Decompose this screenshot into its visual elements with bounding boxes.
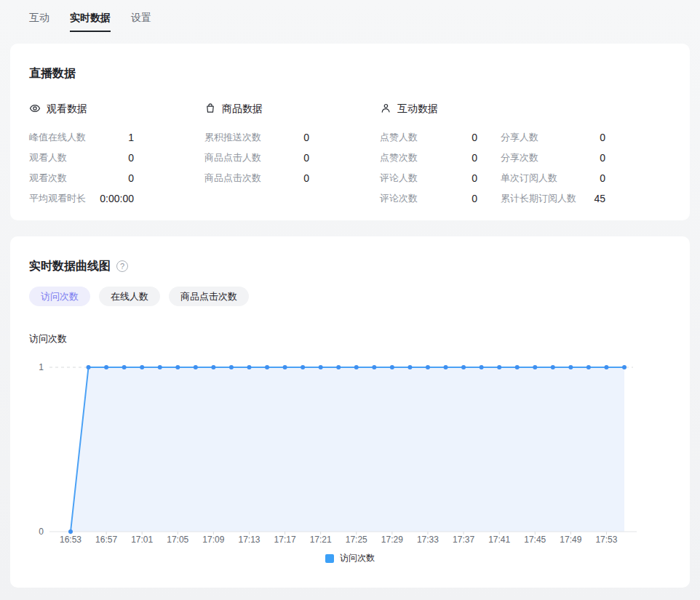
data-point[interactable] (568, 365, 573, 369)
legend-label: 访问次数 (340, 552, 375, 564)
chart-legend[interactable]: 访问次数 (29, 552, 671, 564)
data-point[interactable] (87, 365, 91, 369)
x-tick-label: 17:01 (131, 535, 153, 545)
question-circle-icon[interactable]: ? (116, 260, 128, 272)
chart-card-header: 实时数据曲线图 ? (29, 258, 671, 274)
chart-metric-title: 访问次数 (29, 332, 671, 345)
data-point[interactable] (515, 365, 520, 369)
data-point[interactable] (551, 365, 555, 369)
stat-label: 分享人数 (501, 131, 538, 144)
stat-value: 0 (472, 193, 477, 204)
stat-value: 0 (472, 172, 477, 184)
data-point[interactable] (122, 365, 127, 369)
data-point[interactable] (622, 365, 627, 369)
filter-pill-online-users[interactable]: 在线人数 (99, 287, 160, 306)
stat-row: 累计长期订阅人数45 (501, 188, 605, 209)
stat-value: 0 (303, 172, 309, 184)
x-tick-label: 17:45 (524, 535, 546, 545)
tab-settings[interactable]: 设置 (131, 12, 151, 32)
data-point[interactable] (194, 365, 198, 369)
data-point[interactable] (497, 365, 501, 369)
stat-row: 评论人数0 (380, 168, 477, 188)
data-point[interactable] (533, 365, 537, 369)
stat-label: 评论次数 (380, 192, 418, 205)
data-point[interactable] (480, 365, 484, 369)
stat-value: 0 (303, 132, 309, 143)
stat-value: 0 (303, 152, 309, 164)
chart-card: 实时数据曲线图 ? 访问次数在线人数商品点击次数 访问次数 16:5316:57… (10, 236, 690, 588)
stat-value: 45 (594, 193, 605, 204)
data-point[interactable] (444, 365, 448, 369)
x-tick-label: 17:13 (238, 535, 260, 545)
user-icon (380, 103, 391, 116)
data-point[interactable] (211, 365, 215, 369)
legend-swatch (325, 554, 334, 563)
stat-value: 1 (128, 132, 134, 143)
stat-label: 点赞次数 (380, 151, 418, 164)
stat-row: 观看次数0 (29, 168, 134, 188)
stat-row: 评论次数0 (380, 188, 477, 209)
section-header-interaction-data: 互动数据 (380, 102, 671, 116)
series-area (71, 367, 624, 532)
live-data-card: 直播数据 观看数据峰值在线人数1观看人数0观看次数0平均观看时长0:00:00商… (10, 44, 690, 220)
data-point[interactable] (301, 365, 305, 369)
metric-filter-group: 访问次数在线人数商品点击次数 (29, 287, 671, 306)
filter-pill-visits[interactable]: 访问次数 (29, 287, 90, 306)
stat-row: 平均观看时长0:00:00 (29, 188, 134, 209)
stat-label: 商品点击次数 (204, 172, 261, 185)
stat-row: 分享人数0 (501, 127, 605, 148)
data-point[interactable] (586, 365, 591, 369)
line-chart[interactable]: 16:5316:5717:0117:0517:0917:1317:1717:21… (29, 351, 669, 548)
tab-realtime-data[interactable]: 实时数据 (70, 12, 111, 32)
data-point[interactable] (407, 365, 412, 369)
x-tick-label: 16:53 (60, 535, 81, 545)
data-point[interactable] (319, 365, 323, 369)
data-point[interactable] (140, 365, 144, 369)
data-point[interactable] (336, 365, 341, 369)
stat-label: 累积推送次数 (204, 131, 261, 144)
stat-label: 峰值在线人数 (29, 131, 86, 144)
x-tick-label: 17:41 (488, 535, 510, 545)
x-tick-label: 17:33 (417, 535, 439, 545)
stat-row: 点赞次数0 (380, 148, 477, 168)
stat-label: 平均观看时长 (29, 192, 86, 205)
data-point[interactable] (247, 365, 251, 369)
x-tick-label: 16:57 (95, 535, 117, 545)
stat-row: 单次订阅人数0 (501, 168, 605, 188)
x-tick-label: 17:05 (167, 535, 188, 545)
data-point[interactable] (229, 365, 234, 369)
filter-pill-product-clicks[interactable]: 商品点击次数 (169, 287, 249, 306)
x-tick-label: 17:21 (310, 535, 332, 545)
stat-value: 0 (600, 132, 605, 143)
section-view-data: 观看数据峰值在线人数1观看人数0观看次数0平均观看时长0:00:00 (29, 102, 204, 209)
data-point[interactable] (175, 365, 180, 369)
data-point[interactable] (265, 365, 269, 369)
bag-icon (204, 103, 216, 116)
y-tick-label: 1 (39, 362, 44, 372)
y-tick-label: 0 (39, 527, 44, 537)
data-point[interactable] (104, 365, 108, 369)
stat-row: 商品点击次数0 (204, 168, 309, 188)
section-title: 互动数据 (397, 103, 438, 116)
data-point[interactable] (372, 365, 376, 369)
data-point[interactable] (158, 365, 162, 369)
data-point[interactable] (68, 529, 73, 534)
data-point[interactable] (461, 365, 466, 369)
data-point[interactable] (354, 365, 359, 369)
section-columns: 点赞人数0点赞次数0评论人数0评论次数0分享人数0分享次数0单次订阅人数0累计长… (380, 127, 671, 209)
tab-interaction[interactable]: 互动 (29, 12, 49, 32)
stat-label: 观看人数 (29, 151, 67, 164)
stat-value: 0 (128, 152, 134, 164)
stat-row: 峰值在线人数1 (29, 127, 134, 148)
live-data-sections: 观看数据峰值在线人数1观看人数0观看次数0平均观看时长0:00:00商品数据累积… (29, 102, 671, 209)
data-point[interactable] (604, 365, 608, 369)
data-point[interactable] (390, 365, 394, 369)
stat-value: 0 (600, 172, 605, 184)
data-point[interactable] (426, 365, 430, 369)
x-tick-label: 17:37 (453, 535, 474, 545)
stat-row: 观看人数0 (29, 148, 134, 168)
stat-row: 分享次数0 (501, 148, 605, 168)
data-point[interactable] (283, 365, 287, 369)
live-card-title: 直播数据 (29, 65, 671, 81)
stat-value: 0 (128, 172, 134, 184)
